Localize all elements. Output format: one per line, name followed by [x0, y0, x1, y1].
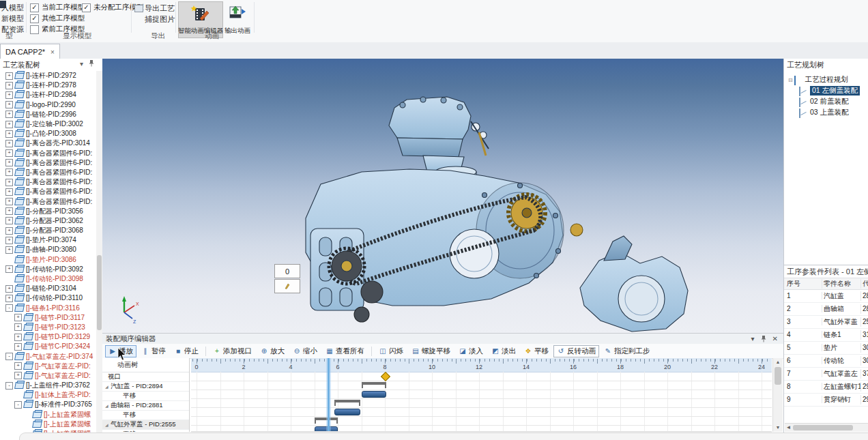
row-expander-icon[interactable]: ◢ — [105, 384, 111, 389]
tree-expander-icon[interactable]: + — [5, 159, 13, 166]
tree-item[interactable]: +[]-上缸盖紧固螺 — [0, 420, 96, 429]
tree-item[interactable]: +[]-连杆-PID:2978 — [0, 80, 96, 90]
tree-item[interactable]: +[]-链轮-PID:3104 — [0, 284, 96, 293]
table-row[interactable]: 4链条131 — [784, 328, 868, 342]
tree-expander-icon[interactable]: - — [14, 401, 22, 409]
table-row[interactable]: 2曲轴箱28 — [784, 302, 868, 316]
export-process-button[interactable]: 导出工艺 — [145, 3, 175, 14]
ribbon-button-import-model[interactable]: 入模型 — [1, 3, 24, 13]
tree-item[interactable]: +[]-离合器紧固件6-PID: — [0, 158, 96, 168]
animation-bar[interactable] — [362, 391, 387, 398]
tree-item[interactable]: +[]-连杆-PID:2984 — [0, 90, 96, 100]
planning-tree-item[interactable]: 02 前盖装配 — [784, 96, 868, 107]
checkbox-box-icon[interactable]: ✓ — [82, 3, 91, 12]
collapse-icon[interactable]: ⊟ — [788, 77, 793, 83]
tree-expander-icon[interactable]: + — [5, 246, 13, 254]
tree-expander-icon[interactable]: + — [14, 334, 22, 341]
tree-expander-icon[interactable]: + — [14, 362, 22, 370]
tree-item[interactable]: +[]-离合器紧固件6-PID: — [0, 168, 96, 177]
tree-expander-icon[interactable]: + — [5, 188, 13, 196]
tree-item[interactable]: +[]-离合器紧固件6-PID: — [0, 196, 96, 206]
assembly-tree-scrollbar[interactable] — [96, 71, 102, 440]
planning-tree-root[interactable]: ⊟ 工艺过程规划 — [784, 74, 868, 85]
tree-expander-icon[interactable]: + — [5, 149, 13, 157]
frame-counter-box[interactable]: 0 — [274, 264, 300, 278]
row-expander-icon[interactable]: ◢ — [105, 403, 111, 408]
tree-expander-icon[interactable]: + — [5, 198, 13, 205]
assign-to-step-button[interactable]: ✎指定到工步 — [601, 345, 654, 357]
tree-item[interactable]: +[]-气缸罩盖左-PID: — [0, 371, 96, 381]
ribbon-button-new-model[interactable]: 新模型 — [1, 14, 24, 24]
planning-tree-item[interactable]: 01 左侧盖装配 — [784, 85, 868, 96]
tree-expander-icon[interactable]: - — [5, 382, 13, 390]
tree-item[interactable]: -[]-链条1-PID:3116 — [0, 304, 96, 313]
stop-button[interactable]: ■停止 — [171, 345, 202, 357]
tree-item[interactable]: +[]-分配器-PID:3062 — [0, 216, 96, 226]
gantt-tree-row[interactable]: ◢汽缸盖 - PID:2894 — [102, 382, 189, 392]
tree-item[interactable]: +[]-连杆-PID:2972 — [0, 71, 96, 80]
tree-item[interactable]: +[]-传动轮-PID:3098 — [0, 274, 96, 284]
tree-item[interactable]: +[]-垫片-PID:3074 — [0, 235, 96, 245]
panel-close-icon[interactable]: ✕ — [772, 335, 778, 342]
tree-item[interactable]: +[]-定位轴-PID:3002 — [0, 119, 96, 129]
gantt-tree-row[interactable]: ◢气缸外罩盖 - PID:2555 — [102, 420, 189, 430]
tree-item[interactable]: +[]-上缸盖紧固螺 — [0, 410, 96, 420]
gantt-tree-row[interactable]: ◢曲轴箱 - PID:2881 — [102, 401, 189, 411]
gantt-tree-row[interactable]: 平移 — [102, 392, 189, 401]
tree-expander-icon[interactable]: - — [5, 353, 13, 360]
tree-item[interactable]: +[]-离合器壳-PID:3014 — [0, 138, 96, 148]
flash-button[interactable]: ◫闪烁 — [375, 345, 407, 357]
table-row[interactable]: 8左缸盖螺钉129 — [784, 380, 868, 394]
tree-item[interactable]: +[]-链节D-PID:3129 — [0, 332, 96, 342]
tree-item[interactable]: +[]-离合器紧固件6-PID: — [0, 149, 96, 158]
zoom-in-button[interactable]: ⊕放大 — [257, 345, 288, 357]
tree-item[interactable]: +[]-logo-PID:2990 — [0, 100, 96, 110]
planning-tree-item[interactable]: 03 上盖装配 — [784, 107, 868, 118]
tree-item[interactable]: +[]-链节-PID:3117 — [0, 313, 96, 323]
table-row[interactable]: 7气缸罩盖左37 — [784, 367, 868, 381]
tree-item[interactable]: +[]-气缸罩盖左-PID: — [0, 362, 96, 371]
tree-item[interactable]: +[]-传动轮-PID:3110 — [0, 293, 96, 303]
timeline-playhead[interactable] — [326, 358, 331, 432]
tree-expander-icon[interactable]: + — [14, 323, 22, 331]
tree-item[interactable]: +[]-缸体上盖壳-PID: — [0, 390, 96, 400]
zoom-out-button[interactable]: ⊖缩小 — [289, 345, 321, 357]
tree-expander-icon[interactable]: + — [5, 121, 13, 128]
add-viewport-button[interactable]: +添加视口 — [209, 345, 255, 357]
animation-bar[interactable] — [334, 409, 360, 415]
tree-expander-icon[interactable]: + — [5, 207, 13, 215]
gantt-chart-area[interactable]: 024681012141618202224 — [191, 358, 772, 432]
table-row[interactable]: 9贯穿销钉29 — [784, 393, 868, 407]
tree-expander-icon[interactable]: + — [5, 101, 13, 108]
tree-expander-icon[interactable]: + — [14, 372, 22, 379]
summary-bar[interactable] — [362, 382, 386, 385]
tree-item[interactable]: +[]-链节C-PID:3424 — [0, 342, 96, 351]
tab-da-capp2[interactable]: DA CAPP2* × — [0, 44, 60, 59]
tree-item[interactable]: +[]-凸轮-PID:3008 — [0, 129, 96, 138]
summary-bar[interactable] — [334, 400, 360, 402]
tree-item[interactable]: +[]-离合器紧固件6-PID: — [0, 177, 96, 187]
table-row[interactable]: 5垫片30 — [784, 341, 868, 355]
3d-viewport[interactable]: X Z 0 — [102, 59, 783, 333]
tree-item[interactable]: +[]-曲轴-PID:3080 — [0, 245, 96, 254]
fade-out-button[interactable]: ◩淡出 — [488, 345, 519, 357]
tree-expander-icon[interactable]: + — [5, 179, 13, 186]
tree-item[interactable]: -[]-气缸罩盖左-PID:374 — [0, 351, 96, 361]
tree-expander-icon[interactable]: + — [5, 72, 13, 80]
tree-expander-icon[interactable]: + — [5, 130, 13, 138]
tree-item[interactable]: +[]-分配器-PID:3068 — [0, 226, 96, 235]
table-row[interactable]: 3气缸外罩盖25 — [784, 315, 868, 329]
tree-expander-icon[interactable]: + — [5, 217, 13, 224]
capture-image-button[interactable]: 捕捉图片 — [145, 14, 175, 25]
tree-expander-icon[interactable]: + — [5, 140, 13, 147]
timeline-ruler[interactable]: 024681012141618202224 — [191, 358, 772, 372]
tree-expander-icon[interactable]: + — [5, 237, 13, 244]
checkbox-box-icon[interactable]: ✓ — [30, 3, 39, 12]
tree-item[interactable]: +[]-传动轮-PID:3092 — [0, 265, 96, 274]
tree-item[interactable]: +[]-离合器紧固件6-PID: — [0, 187, 96, 196]
play-button[interactable]: ▶播放 — [105, 345, 136, 357]
tree-item[interactable]: +[]-垫片-PID:3086 — [0, 255, 96, 265]
panel-dropdown-icon[interactable]: ▾ — [751, 335, 755, 342]
tree-item[interactable]: -[]-标准件-PID:3765 — [0, 400, 96, 409]
view-all-button[interactable]: ▦查看所有 — [322, 345, 368, 357]
